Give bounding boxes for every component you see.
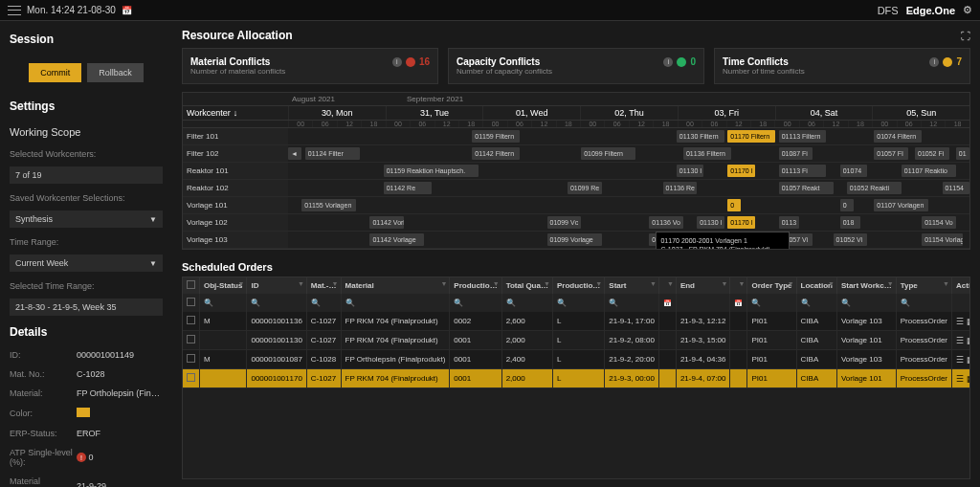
sliders-icon[interactable]: ⚙ [963,4,972,16]
search-icon[interactable]: 🔍 [345,299,355,307]
search-icon[interactable]: 🔍 [901,299,910,307]
selected-wc[interactable]: 7 of 19 [10,166,163,184]
filter-icon[interactable]: ▼ [238,280,245,287]
gantt-bar[interactable]: 01154 [943,182,969,194]
search-icon[interactable]: 🔍 [801,299,811,307]
menu-icon[interactable] [8,6,21,15]
filter-icon[interactable]: ▼ [440,280,447,287]
col-header[interactable]: ▼ [658,277,676,294]
col-header[interactable]: Actions [952,277,970,294]
filter-icon[interactable]: ▼ [544,280,550,287]
filter-icon[interactable]: ▼ [493,280,500,287]
col-header[interactable] [183,277,200,294]
gantt-bar[interactable]: 01142 Filtern [472,147,520,160]
gantt-bar[interactable]: 01136 Filtern [683,147,731,160]
gantt-bar[interactable]: 01130 I [697,216,724,229]
gantt-bar[interactable]: ◄ [288,147,301,160]
gantt-bar[interactable]: 01130 I [677,165,703,177]
gantt-bar[interactable]: 01159 Filtern [472,130,520,143]
gantt-bar[interactable]: 01170 Filtern [727,130,775,143]
commit-button[interactable]: Commit [29,63,81,82]
table-row[interactable]: 000001001170C-1027FP RKM 704 (Finalprodu… [183,369,970,388]
gantt-bar[interactable]: 0 [840,199,854,211]
list-icon[interactable]: ☰ [956,317,964,326]
filter-icon[interactable]: ▼ [332,280,339,287]
calendar-icon[interactable]: 📅 [734,299,743,306]
gantt-bar[interactable]: 01142 Re [384,182,432,194]
table-row[interactable]: M000001001136C-1027FP RKM 704 (Finalprod… [183,312,970,331]
col-header[interactable]: End▼ [676,277,730,294]
gantt-bar[interactable]: 01113 Filtern [779,130,827,143]
filter-icon[interactable]: ▼ [650,280,657,287]
search-icon[interactable]: 🔍 [557,299,567,307]
checkbox-all[interactable] [187,280,195,289]
gantt-bar[interactable]: 01099 Vc [547,216,582,229]
search-icon[interactable]: 🔍 [751,299,761,307]
gantt-bar[interactable]: 01124 Filter [305,147,360,160]
gantt-bar[interactable]: 01154 Vo [922,216,956,229]
col-header[interactable]: Order Type▼ [747,277,796,294]
gantt-bar[interactable]: 01136 Re [663,182,698,194]
gantt-bar[interactable]: 01052 Fi [915,147,949,160]
gantt-bar[interactable]: 01113 Fi [779,165,827,177]
filter-icon[interactable]: ▼ [828,280,835,287]
col-header[interactable]: Obj-Status▼ [200,277,247,294]
sort-icon[interactable]: ↓ [234,108,238,118]
gantt-bar[interactable]: 01074 [840,165,867,177]
calendar-icon[interactable]: 📅 [663,299,672,306]
search-icon[interactable]: 🔍 [609,299,618,307]
gantt-bar[interactable]: 0 [727,199,741,211]
table-row[interactable]: 000001001130C-1027FP RKM 704 (Finalprodu… [183,331,970,350]
col-header[interactable]: Start▼ [605,277,659,294]
col-header[interactable]: Total Qua…▼ [501,277,552,294]
search-icon[interactable]: 🔍 [506,299,516,307]
gantt-bar[interactable]: 01074 Filtern [874,130,922,143]
gantt-bar[interactable]: 01052 Vi [834,233,868,246]
table-row[interactable]: M000001001087C-1028FP Ortholepsin (Final… [183,350,970,369]
rollback-button[interactable]: Rollback [87,63,144,82]
gantt-bar[interactable]: 01057 FI [874,147,908,160]
calendar-icon[interactable]: 📅 [122,6,132,15]
grid-icon[interactable]: ▦ [967,355,970,365]
col-header[interactable]: ▼ [730,277,747,294]
gantt-bar[interactable]: 01099 Filtern [581,147,635,160]
info-icon[interactable]: i [392,57,402,67]
gantt-bar[interactable]: 01155 Vorlagen [301,199,356,211]
info-icon[interactable]: i [929,57,939,67]
col-header[interactable]: Location▼ [796,277,836,294]
gantt-bar[interactable]: 01170 I [727,216,754,229]
gantt-bar[interactable]: 01142 Vorlage [369,233,424,246]
col-header[interactable]: Productio…▼ [450,277,501,294]
gantt-bar[interactable]: 01099 Re [568,182,602,194]
grid-icon[interactable]: ▦ [967,336,970,345]
filter-icon[interactable]: ▼ [943,280,949,287]
gantt-bar[interactable]: 01159 Reaktion Hauptsch. [384,165,479,177]
gantt-bar[interactable]: 01130 Filtern [677,130,724,143]
gantt-bar[interactable]: 01170 I [727,165,754,177]
search-icon[interactable]: 🔍 [841,299,851,307]
filter-icon[interactable]: ▼ [887,280,894,287]
info-icon[interactable]: i [663,57,673,67]
col-header[interactable]: ID▼ [247,277,306,294]
gantt-bar[interactable]: 01057 Reakt [779,182,834,194]
checkbox[interactable] [187,298,195,306]
col-header[interactable]: Productio…▼ [552,277,604,294]
checkbox[interactable] [187,354,195,363]
checkbox[interactable] [187,335,195,343]
gantt-bar[interactable]: 01154 Vorlage [922,233,963,246]
grid-icon[interactable]: ▦ [967,374,970,384]
expand-icon[interactable]: ⛶ [961,31,970,41]
gantt-bar[interactable]: 01 [956,147,969,160]
col-header[interactable]: Mat.-…▼ [306,277,341,294]
search-icon[interactable]: 🔍 [454,299,463,307]
saved-sel-dropdown[interactable]: Synthesis▼ [10,210,163,228]
search-icon[interactable]: 🔍 [311,299,321,307]
col-header[interactable]: Start Workc…▼ [836,277,896,294]
filter-icon[interactable]: ▼ [667,280,674,287]
gantt-bar[interactable]: 018 [840,216,860,229]
list-icon[interactable]: ☰ [956,336,964,345]
time-range-dropdown[interactable]: Current Week▼ [10,255,163,272]
filter-icon[interactable]: ▼ [722,280,728,287]
filter-icon[interactable]: ▼ [739,280,746,287]
list-icon[interactable]: ☰ [956,355,964,365]
